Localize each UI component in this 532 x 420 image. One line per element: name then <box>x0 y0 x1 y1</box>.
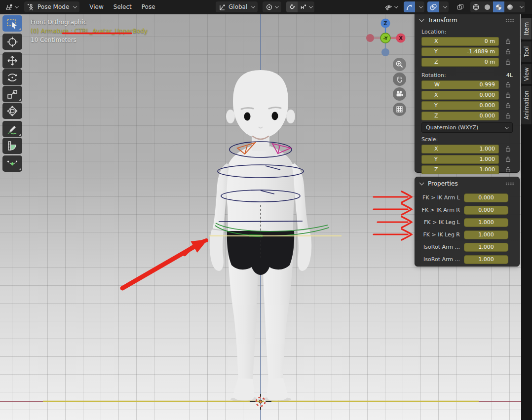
panel-grip-icon[interactable] <box>505 182 514 186</box>
properties-panel: Properties FK > IK Arm L 0.000 FK > IK A… <box>415 177 520 267</box>
xray-toggle[interactable] <box>454 1 467 12</box>
gizmo-z-label: Z <box>383 21 387 26</box>
xray-icon <box>456 3 464 11</box>
gizmo-settings-dropdown[interactable] <box>415 1 424 12</box>
properties-panel-header[interactable]: Properties <box>415 177 519 190</box>
pivot-dropdown[interactable] <box>263 1 281 12</box>
chevron-down-icon <box>309 4 313 8</box>
fk-ik-arm-l-slider[interactable]: 0.000 <box>464 193 508 202</box>
lock-icon[interactable] <box>503 38 513 44</box>
fk-ik-leg-r-slider[interactable]: 1.000 <box>464 230 508 239</box>
rotation-mode-dropdown[interactable]: Quaternion (WXYZ) <box>421 122 513 133</box>
rotation-y-field[interactable]: Y 0.000 <box>421 101 499 110</box>
snap-settings-dropdown[interactable] <box>298 1 314 12</box>
fk-ik-arm-r-slider[interactable]: 0.000 <box>464 206 508 215</box>
panel-expand-icon <box>419 181 424 186</box>
scale-label: Scale: <box>421 136 438 143</box>
chevron-down-icon <box>394 4 398 8</box>
rotation-badge: 4L <box>506 72 513 78</box>
lock-icon[interactable] <box>503 166 513 173</box>
tool-pose-breakdowner[interactable] <box>2 155 22 172</box>
camera-view-button[interactable] <box>393 87 406 101</box>
rotation-x-field[interactable]: X 0.000 <box>421 91 499 100</box>
isorot-arm-2-slider[interactable]: 1.000 <box>464 255 508 264</box>
tool-measure[interactable] <box>2 138 22 154</box>
sidebar-tab-view[interactable]: View <box>521 64 532 84</box>
menu-view[interactable]: View <box>84 1 108 12</box>
lock-icon[interactable] <box>503 102 513 109</box>
subtool-notch <box>19 99 21 101</box>
shading-solid-button[interactable] <box>482 1 493 12</box>
property-row: FK > IK Leg L 1.000 <box>421 218 513 227</box>
transform-panel-header[interactable]: Transform <box>415 14 519 27</box>
ortho-grid-button[interactable] <box>393 103 406 116</box>
scale-y-field[interactable]: Y 1.000 <box>421 155 499 164</box>
overlays-toggle[interactable] <box>427 1 439 12</box>
rotation-z-field[interactable]: Z 0.000 <box>421 112 499 120</box>
lock-icon[interactable] <box>503 48 513 55</box>
orientation-dropdown[interactable]: Global <box>216 1 258 12</box>
fk-ik-leg-l-slider[interactable]: 1.000 <box>464 218 508 227</box>
location-x-field[interactable]: X 0 m <box>421 37 499 46</box>
property-row: IsoRot Arm ... 1.000 <box>421 242 513 252</box>
snap-toggle[interactable] <box>286 1 298 12</box>
mode-dropdown[interactable]: Pose Mode <box>24 1 79 12</box>
tool-rotate[interactable] <box>2 69 22 85</box>
object-visibility-dropdown[interactable] <box>381 1 401 12</box>
zoom-button[interactable] <box>393 58 406 71</box>
subtool-notch <box>19 28 21 30</box>
gizmo-toggle[interactable] <box>404 1 415 12</box>
tool-move[interactable] <box>2 52 22 69</box>
tool-scale[interactable] <box>2 86 22 102</box>
menu-pose[interactable]: Pose <box>137 1 160 12</box>
menu-select[interactable]: Select <box>109 1 137 12</box>
tool-annotate[interactable] <box>2 121 22 137</box>
shading-settings-dropdown[interactable] <box>516 1 525 12</box>
location-label: Location: <box>421 29 446 35</box>
rotation-w-field[interactable]: W 0.999 <box>421 80 499 89</box>
mode-label: Pose Mode <box>38 3 69 10</box>
shading-wireframe-button[interactable] <box>470 1 482 12</box>
tool-cursor[interactable] <box>2 34 22 50</box>
orientation-label: Global <box>228 3 247 10</box>
rotation-x-row: X 0.000 <box>421 90 513 100</box>
chevron-down-icon <box>520 4 524 8</box>
lock-icon[interactable] <box>503 81 513 88</box>
scale-x-field[interactable]: X 1.000 <box>421 145 499 153</box>
pan-hand-button[interactable] <box>393 73 406 86</box>
overlays-settings-dropdown[interactable] <box>439 1 449 12</box>
subtool-notch <box>19 134 21 136</box>
chevron-down-icon <box>275 4 279 8</box>
property-row: FK > IK Arm R 0.000 <box>421 205 513 215</box>
lock-icon[interactable] <box>503 92 513 98</box>
navigation-gizmo[interactable]: Z X -Y <box>365 18 407 59</box>
lock-icon[interactable] <box>503 156 513 162</box>
lock-icon[interactable] <box>503 59 513 65</box>
sidebar-tab-tool[interactable]: Tool <box>521 41 532 62</box>
transform-panel: Transform Location: X 0 m Y -1.4889 m Z … <box>415 14 520 173</box>
panel-grip-icon[interactable] <box>505 19 514 22</box>
scale-z-field[interactable]: Z 1.000 <box>421 165 499 174</box>
sidebar-tab-animation[interactable]: Animation <box>521 86 532 124</box>
pivot-point-icon <box>266 3 273 11</box>
lock-icon[interactable] <box>503 113 513 119</box>
viewport-overlay-text: Front Orthographic (0) Armature : CTRL_A… <box>31 18 148 44</box>
sidebar-tab-item[interactable]: Item <box>521 18 532 39</box>
tool-transform[interactable] <box>2 103 22 119</box>
location-x-row: X 0 m <box>421 37 513 46</box>
chevron-down-icon <box>419 4 423 8</box>
shading-solid-icon <box>484 3 491 11</box>
isorot-arm-1-slider[interactable]: 1.000 <box>464 243 508 252</box>
editor-type-button[interactable] <box>2 1 21 12</box>
gizmo-neg-y-label: -Y <box>383 36 388 41</box>
shading-material-button[interactable] <box>493 1 504 12</box>
tool-box-select[interactable] <box>2 15 22 32</box>
rotation-z-row: Z 0.000 <box>421 111 513 120</box>
location-z-field[interactable]: Z 0 m <box>421 58 499 67</box>
editor-type-icon <box>5 3 13 11</box>
shading-rendered-button[interactable] <box>504 1 516 12</box>
location-z-row: Z 0 m <box>421 57 513 67</box>
lock-icon[interactable] <box>503 146 513 152</box>
location-y-field[interactable]: Y -1.4889 m <box>421 47 499 56</box>
scale-y-row: Y 1.000 <box>421 154 513 164</box>
